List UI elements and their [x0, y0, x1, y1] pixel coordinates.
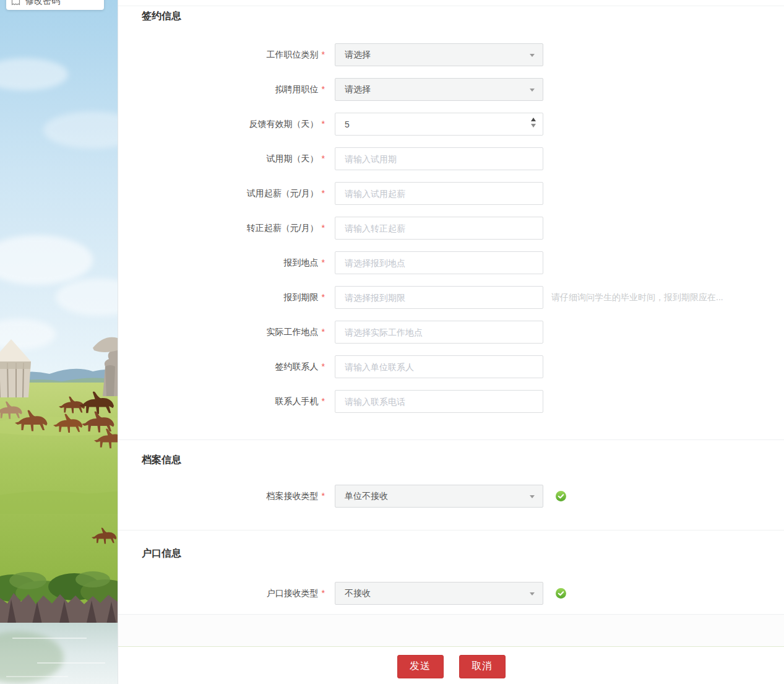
report-deadline-input[interactable] [335, 286, 543, 309]
field-label: 反馈有效期（天） [249, 113, 319, 136]
probation-period-input[interactable] [335, 147, 543, 170]
required-asterisk: * [322, 355, 325, 378]
form-footer: 发送 取消 [118, 647, 784, 684]
form-row-probation-salary: 试用起薪（元/月） * [118, 182, 784, 205]
certificate-icon [11, 0, 20, 7]
chevron-down-icon [530, 495, 535, 498]
signing-section: 工作职位类别 * 请选择 拟聘用职位 * 请选择 反馈有效期（天） * [118, 43, 784, 413]
form-row-proposed-position: 拟聘用职位 * 请选择 [118, 78, 784, 101]
spinner-up-icon[interactable] [531, 118, 536, 121]
chevron-down-icon [530, 54, 535, 57]
contact-person-input[interactable] [335, 355, 543, 378]
form-row-probation-period: 试用期（天） * [118, 147, 784, 170]
report-location-input[interactable] [335, 251, 543, 274]
select-value: 不接收 [345, 588, 371, 599]
field-label: 实际工作地点 [267, 321, 319, 344]
footer-spacer-band [118, 615, 784, 647]
required-asterisk: * [322, 582, 325, 605]
field-label: 报到地点 [284, 251, 319, 274]
required-asterisk: * [322, 286, 325, 309]
field-label: 档案接收类型 [267, 485, 319, 508]
required-asterisk: * [322, 43, 325, 66]
cancel-button[interactable]: 取消 [459, 655, 506, 678]
form-row-regular-salary: 转正起薪（元/月） * [118, 217, 784, 240]
required-asterisk: * [322, 217, 325, 240]
field-label: 试用起薪（元/月） [247, 182, 319, 205]
field-label: 联系人手机 [275, 390, 319, 413]
contact-phone-input[interactable] [335, 390, 543, 413]
required-asterisk: * [322, 113, 325, 136]
spinner-down-icon[interactable] [531, 124, 536, 128]
panel-top-divider [118, 0, 784, 6]
send-button[interactable]: 发送 [397, 655, 444, 678]
check-circle-icon [556, 491, 566, 501]
field-label: 试用期（天） [267, 147, 319, 170]
form-row-job-category: 工作职位类别 * 请选择 [118, 43, 784, 66]
field-label: 户口接收类型 [267, 582, 319, 605]
number-stepper[interactable] [531, 118, 536, 128]
sidebar-background-image [0, 0, 118, 684]
required-asterisk: * [322, 390, 325, 413]
archive-section-title: 档案信息 [118, 453, 784, 467]
field-label: 报到期限 [284, 286, 319, 309]
section-divider [118, 439, 784, 440]
sidebar-menu-item-label: 修改密码 [25, 0, 60, 7]
main-form-panel: 签约信息 工作职位类别 * 请选择 拟聘用职位 * 请选择 反 [118, 0, 784, 684]
field-label: 工作职位类别 [267, 43, 319, 66]
field-label: 签约联系人 [275, 355, 319, 378]
feedback-validity-input[interactable] [335, 113, 543, 136]
select-value: 请选择 [345, 84, 371, 95]
form-row-contact-person: 签约联系人 * [118, 355, 784, 378]
form-row-contact-phone: 联系人手机 * [118, 390, 784, 413]
proposed-position-select[interactable]: 请选择 [335, 78, 543, 101]
field-label: 拟聘用职位 [275, 78, 319, 101]
archive-receive-type-select[interactable]: 单位不接收 [335, 485, 543, 508]
sidebar: 修改密码 [0, 0, 118, 684]
required-asterisk: * [322, 147, 325, 170]
required-asterisk: * [322, 78, 325, 101]
report-deadline-hint: 请仔细询问学生的毕业时间，报到期限应在... [551, 292, 723, 303]
check-circle-icon [556, 588, 566, 599]
signing-section-title: 签约信息 [118, 9, 784, 23]
select-value: 请选择 [345, 50, 371, 61]
form-row-feedback-validity: 反馈有效期（天） * [118, 113, 784, 136]
required-asterisk: * [322, 182, 325, 205]
form-row-hukou-receive-type: 户口接收类型 * 不接收 [118, 582, 784, 605]
section-divider [118, 530, 784, 530]
regular-salary-input[interactable] [335, 217, 543, 240]
work-location-input[interactable] [335, 321, 543, 344]
select-value: 单位不接收 [345, 491, 388, 502]
form-row-report-deadline: 报到期限 * 请仔细询问学生的毕业时间，报到期限应在... [118, 286, 784, 309]
hukou-section-title: 户口信息 [118, 547, 784, 560]
form-row-archive-receive-type: 档案接收类型 * 单位不接收 [118, 485, 784, 508]
required-asterisk: * [322, 251, 325, 274]
field-label: 转正起薪（元/月） [247, 217, 319, 240]
sidebar-menu-item-change-password[interactable]: 修改密码 [6, 0, 104, 10]
chevron-down-icon [530, 592, 535, 595]
hukou-receive-type-select[interactable]: 不接收 [335, 582, 543, 605]
job-category-select[interactable]: 请选择 [335, 43, 543, 66]
chevron-down-icon [530, 89, 535, 92]
required-asterisk: * [322, 321, 325, 344]
probation-salary-input[interactable] [335, 182, 543, 205]
form-row-report-location: 报到地点 * [118, 251, 784, 274]
required-asterisk: * [322, 485, 325, 508]
form-row-work-location: 实际工作地点 * [118, 321, 784, 344]
